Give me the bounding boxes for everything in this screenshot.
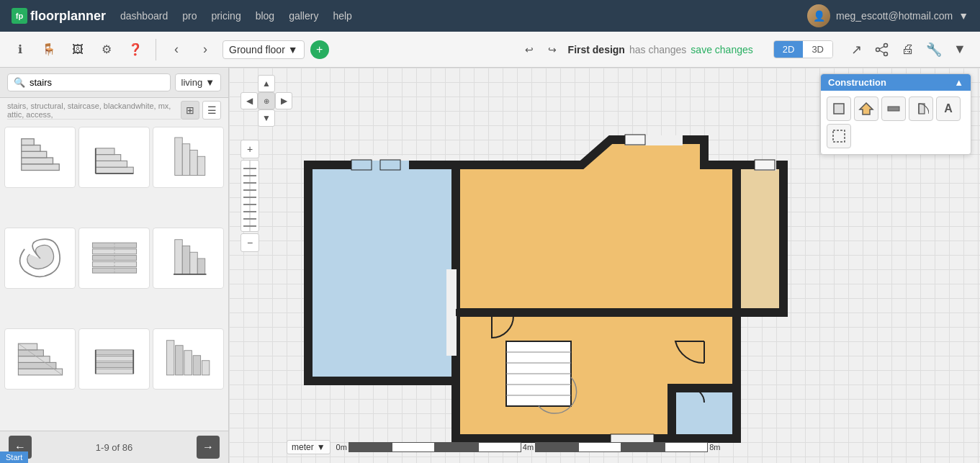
svg-rect-45 xyxy=(184,350,192,374)
tools-icon[interactable]: 🔧 xyxy=(922,38,945,61)
text-tool-button[interactable]: A xyxy=(936,96,961,121)
pan-down-button[interactable]: ▼ xyxy=(258,109,275,127)
svg-rect-33 xyxy=(18,356,50,362)
door-tool-button[interactable] xyxy=(909,96,933,121)
separator xyxy=(156,39,156,60)
svg-rect-9 xyxy=(21,138,34,145)
svg-rect-11 xyxy=(95,161,127,167)
roof-tool-button[interactable] xyxy=(854,96,878,121)
nav-pro[interactable]: pro xyxy=(182,10,197,22)
list-view-button[interactable]: ☰ xyxy=(202,101,221,120)
svg-rect-31 xyxy=(18,369,62,375)
stair-item-1[interactable] xyxy=(4,127,76,188)
settings-button[interactable]: ⚙ xyxy=(95,38,118,61)
search-input-wrap[interactable]: 🔍 xyxy=(7,73,171,91)
wall-tool-button[interactable] xyxy=(881,96,906,121)
photo-button[interactable]: 🖼 xyxy=(66,38,89,61)
scale-unit-selector[interactable]: meter ▼ xyxy=(287,440,331,454)
svg-point-2 xyxy=(876,48,880,51)
svg-rect-47 xyxy=(202,360,210,374)
scale-segment-8 xyxy=(665,442,708,452)
tag-line: stairs, structural, staircase, blackandw… xyxy=(7,102,181,120)
floor-plan[interactable] xyxy=(301,125,791,463)
area-tool-button[interactable] xyxy=(827,124,851,148)
user-menu[interactable]: 👤 meg_escott@hotmail.com ▼ xyxy=(807,4,968,27)
user-email: meg_escott@hotmail.com xyxy=(836,10,953,22)
design-name: First design xyxy=(568,44,625,55)
items-grid xyxy=(0,122,228,431)
redo-button[interactable]: ↪ xyxy=(542,40,562,60)
scale-segment-2 xyxy=(392,442,435,452)
svg-point-1 xyxy=(884,52,888,55)
nav-gallery[interactable]: gallery xyxy=(289,10,318,22)
start-label[interactable]: Start xyxy=(0,451,28,463)
app-logo[interactable]: fp floorplanner xyxy=(12,8,106,24)
grid-view-button[interactable]: ⊞ xyxy=(181,101,199,120)
scale-segment-4 xyxy=(478,442,521,452)
floor-selector[interactable]: Ground floor ▼ xyxy=(222,40,305,59)
zoom-slider[interactable] xyxy=(240,160,259,232)
stair-item-4[interactable] xyxy=(4,228,76,289)
canvas-area[interactable]: ▲ ◀ ⊕ ▶ ▼ + xyxy=(229,68,980,463)
scale-mark-4: 4m xyxy=(523,443,534,451)
view-2d-button[interactable]: 2D xyxy=(774,41,804,58)
scale-mark-0: 0m xyxy=(336,443,347,451)
svg-rect-18 xyxy=(189,150,197,175)
svg-rect-79 xyxy=(380,160,400,170)
pan-left-button[interactable]: ◀ xyxy=(240,92,258,109)
zoom-in-button[interactable]: + xyxy=(240,140,259,158)
svg-rect-7 xyxy=(21,151,46,158)
search-input[interactable] xyxy=(30,77,164,88)
svg-rect-37 xyxy=(95,369,133,374)
svg-rect-78 xyxy=(351,160,372,170)
nav-dashboard[interactable]: dashboard xyxy=(120,10,168,22)
design-info: First design has changes save changes xyxy=(568,44,753,55)
view-3d-button[interactable]: 3D xyxy=(803,41,832,58)
nav-next-button[interactable]: › xyxy=(194,38,217,61)
construction-collapse-icon[interactable]: ▲ xyxy=(954,77,963,88)
svg-rect-40 xyxy=(95,349,133,354)
more-icon[interactable]: ▼ xyxy=(948,38,971,61)
export-icon[interactable]: ↗ xyxy=(845,38,868,61)
next-page-button[interactable]: → xyxy=(197,436,220,459)
nav-blog[interactable]: blog xyxy=(256,10,274,22)
scale-segment-3 xyxy=(435,442,478,452)
category-dropdown[interactable]: living ▼ xyxy=(175,73,222,91)
pan-center-button[interactable]: ⊕ xyxy=(258,92,275,109)
stair-item-9[interactable] xyxy=(153,328,224,390)
save-link[interactable]: save changes xyxy=(691,44,752,55)
pan-right-button[interactable]: ▶ xyxy=(275,92,292,109)
stair-item-3[interactable] xyxy=(153,127,224,188)
furniture-button[interactable]: 🪑 xyxy=(37,38,60,61)
scale-bar: meter ▼ 0m 4m 8m xyxy=(287,440,720,454)
svg-rect-46 xyxy=(193,355,201,374)
nav-prev-button[interactable]: ‹ xyxy=(165,38,188,61)
svg-line-3 xyxy=(879,46,884,49)
undo-button[interactable]: ↩ xyxy=(519,40,539,60)
print-icon[interactable]: 🖨 xyxy=(896,38,920,61)
nav-pricing[interactable]: pricing xyxy=(211,10,240,22)
share-icon[interactable] xyxy=(871,38,894,61)
stair-item-2[interactable] xyxy=(78,127,150,188)
help-button[interactable]: ❓ xyxy=(124,38,147,61)
add-floor-button[interactable]: + xyxy=(310,40,329,59)
nav-help[interactable]: help xyxy=(333,10,351,22)
svg-rect-39 xyxy=(95,356,133,361)
pagination: ← 1-9 of 86 → xyxy=(0,431,228,463)
pan-up-button[interactable]: ▲ xyxy=(258,75,275,92)
stair-item-6[interactable] xyxy=(153,228,224,289)
search-icon: 🔍 xyxy=(14,77,25,88)
scale-segment-6 xyxy=(578,442,621,452)
room-tool-button[interactable] xyxy=(827,96,851,121)
stair-item-8[interactable] xyxy=(78,328,150,390)
svg-rect-52 xyxy=(672,388,737,439)
svg-rect-19 xyxy=(197,156,205,175)
construction-tools: A xyxy=(821,91,971,154)
svg-rect-32 xyxy=(18,362,56,369)
info-button[interactable]: ℹ xyxy=(9,38,32,61)
stair-item-5[interactable] xyxy=(78,228,150,289)
stair-item-7[interactable] xyxy=(4,328,76,390)
svg-rect-29 xyxy=(197,259,205,274)
construction-title: Construction xyxy=(828,77,886,88)
zoom-out-button[interactable]: − xyxy=(240,233,259,252)
